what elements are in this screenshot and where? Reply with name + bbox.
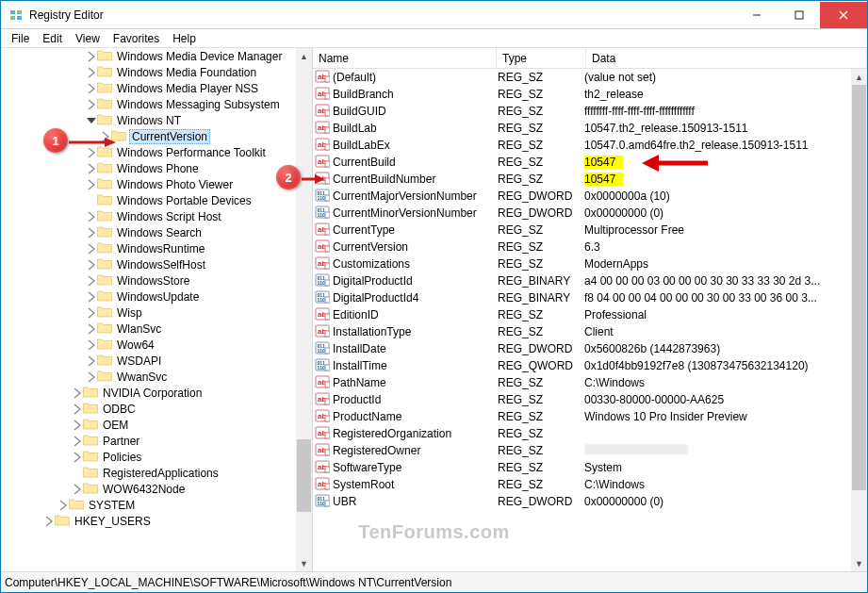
tree-item[interactable]: OEM	[1, 417, 296, 433]
tree-item[interactable]: Windows Messaging Subsystem	[1, 96, 296, 112]
chevron-right-icon[interactable]	[86, 259, 97, 271]
scroll-down-icon[interactable]: ▼	[296, 555, 312, 571]
chevron-right-icon[interactable]	[86, 179, 97, 190]
close-button[interactable]	[820, 2, 867, 28]
tree-item[interactable]: Windows Script Host	[1, 208, 296, 224]
tree-scrollbar[interactable]: ▲ ▼	[296, 48, 312, 571]
tree-item[interactable]: WindowsSelfHost	[1, 256, 296, 272]
value-row[interactable]: ProductNameREG_SZWindows 10 Pro Insider …	[313, 408, 851, 425]
scroll-up-icon[interactable]: ▲	[296, 48, 312, 64]
menu-edit[interactable]: Edit	[36, 31, 69, 46]
chevron-right-icon[interactable]	[72, 387, 83, 399]
tree-item[interactable]: Windows Phone	[1, 160, 296, 176]
chevron-right-icon[interactable]	[86, 355, 97, 367]
chevron-right-icon[interactable]	[72, 404, 83, 415]
col-header-data[interactable]: Data	[586, 48, 867, 68]
tree-item[interactable]: WindowsRuntime	[1, 240, 296, 256]
value-row[interactable]: BuildLabREG_SZ10547.th2_release.150913-1…	[313, 120, 851, 137]
chevron-right-icon[interactable]	[86, 147, 97, 158]
chevron-down-icon[interactable]	[86, 115, 97, 126]
scroll-down-icon[interactable]: ▼	[851, 555, 867, 571]
tree-item[interactable]: Windows NT	[1, 112, 296, 128]
col-header-name[interactable]: Name	[313, 48, 497, 68]
chevron-right-icon[interactable]	[86, 83, 97, 94]
maximize-button[interactable]	[778, 2, 820, 28]
value-row[interactable]: RegisteredOwnerREG_SZ	[313, 442, 851, 459]
tree-item[interactable]: NVIDIA Corporation	[1, 385, 296, 401]
value-row[interactable]: InstallationTypeREG_SZClient	[313, 323, 851, 340]
value-row[interactable]: CurrentBuildNumberREG_SZ10547	[313, 171, 851, 188]
tree-item[interactable]: HKEY_USERS	[1, 513, 296, 529]
value-row[interactable]: RegisteredOrganizationREG_SZ	[313, 425, 851, 442]
value-row[interactable]: CurrentBuildREG_SZ10547	[313, 154, 851, 171]
tree-item[interactable]: Windows Portable Devices	[1, 192, 296, 208]
chevron-right-icon[interactable]	[72, 420, 83, 431]
chevron-right-icon[interactable]	[86, 339, 97, 351]
value-row[interactable]: SoftwareTypeREG_SZSystem	[313, 459, 851, 476]
value-list[interactable]: Name Type Data (Default)REG_SZ(value not…	[313, 48, 867, 571]
tree-item[interactable]: WindowsStore	[1, 272, 296, 288]
chevron-right-icon[interactable]	[86, 51, 97, 62]
chevron-right-icon[interactable]	[57, 500, 69, 511]
chevron-right-icon[interactable]	[43, 516, 55, 527]
chevron-right-icon[interactable]	[86, 275, 97, 287]
tree-item[interactable]: Wisp	[1, 305, 296, 321]
value-row[interactable]: PathNameREG_SZC:\Windows	[313, 374, 851, 391]
menu-view[interactable]: View	[69, 31, 106, 46]
titlebar[interactable]: Registry Editor	[1, 1, 867, 29]
chevron-right-icon[interactable]	[86, 99, 97, 110]
chevron-right-icon[interactable]	[86, 211, 97, 222]
value-row[interactable]: (Default)REG_SZ(value not set)	[313, 69, 851, 86]
tree-item[interactable]: WOW6432Node	[1, 481, 296, 497]
scroll-thumb[interactable]	[297, 439, 311, 512]
value-row[interactable]: UBRREG_DWORD0x00000000 (0)	[313, 493, 851, 510]
list-scrollbar[interactable]: ▲ ▼	[851, 69, 867, 571]
tree-item[interactable]: RegisteredApplications	[1, 465, 296, 481]
chevron-right-icon[interactable]	[86, 227, 97, 239]
value-row[interactable]: DigitalProductIdREG_BINARYa4 00 00 00 03…	[313, 272, 851, 289]
tree-item[interactable]: WSDAPI	[1, 353, 296, 369]
value-row[interactable]: CurrentMajorVersionNumberREG_DWORD0x0000…	[313, 188, 851, 205]
menu-help[interactable]: Help	[166, 31, 203, 46]
value-row[interactable]: BuildBranchREG_SZth2_release	[313, 86, 851, 103]
chevron-right-icon[interactable]	[86, 307, 97, 319]
tree-item[interactable]: Windows Search	[1, 224, 296, 240]
value-row[interactable]: CurrentTypeREG_SZMultiprocessor Free	[313, 222, 851, 239]
chevron-right-icon[interactable]	[86, 243, 97, 255]
value-row[interactable]: CustomizationsREG_SZModernApps	[313, 255, 851, 272]
tree-item[interactable]: Wow64	[1, 337, 296, 353]
value-row[interactable]: BuildLabExREG_SZ10547.0.amd64fre.th2_rel…	[313, 137, 851, 154]
value-row[interactable]: EditionIDREG_SZProfessional	[313, 306, 851, 323]
value-row[interactable]: CurrentVersionREG_SZ6.3	[313, 239, 851, 255]
chevron-right-icon[interactable]	[72, 452, 83, 463]
minimize-button[interactable]	[735, 2, 778, 28]
tree-item[interactable]: ODBC	[1, 401, 296, 417]
chevron-right-icon[interactable]	[72, 436, 83, 447]
chevron-right-icon[interactable]	[86, 323, 97, 335]
col-header-type[interactable]: Type	[497, 48, 586, 68]
value-row[interactable]: CurrentMinorVersionNumberREG_DWORD0x0000…	[313, 205, 851, 222]
chevron-right-icon[interactable]	[86, 371, 97, 383]
tree-item[interactable]: Windows Media Player NSS	[1, 80, 296, 96]
chevron-right-icon[interactable]	[86, 291, 97, 303]
tree-item[interactable]: WwanSvc	[1, 369, 296, 385]
value-row[interactable]: BuildGUIDREG_SZffffffff-ffff-ffff-ffff-f…	[313, 103, 851, 120]
chevron-right-icon[interactable]	[86, 67, 97, 78]
tree-item[interactable]: WlanSvc	[1, 321, 296, 337]
value-row[interactable]: DigitalProductId4REG_BINARYf8 04 00 00 0…	[313, 289, 851, 306]
chevron-right-icon[interactable]	[86, 163, 97, 174]
tree-item[interactable]: WindowsUpdate	[1, 288, 296, 305]
tree-item[interactable]: Policies	[1, 449, 296, 465]
tree-item[interactable]: SYSTEM	[1, 497, 296, 513]
tree-item[interactable]: Windows Media Foundation	[1, 64, 296, 80]
chevron-right-icon[interactable]	[72, 484, 83, 495]
value-row[interactable]: SystemRootREG_SZC:\Windows	[313, 476, 851, 493]
menu-file[interactable]: File	[5, 31, 36, 46]
scroll-up-icon[interactable]: ▲	[851, 69, 867, 85]
tree-item[interactable]: Windows Media Device Manager	[1, 48, 296, 64]
value-row[interactable]: InstallTimeREG_QWORD0x1d0f4bb9192f7e8 (1…	[313, 357, 851, 374]
tree-item[interactable]: Partner	[1, 433, 296, 449]
tree-item[interactable]: Windows Photo Viewer	[1, 176, 296, 192]
value-row[interactable]: InstallDateREG_DWORD0x5600826b (14428739…	[313, 340, 851, 357]
key-tree[interactable]: Windows Media Device ManagerWindows Medi…	[1, 48, 313, 571]
